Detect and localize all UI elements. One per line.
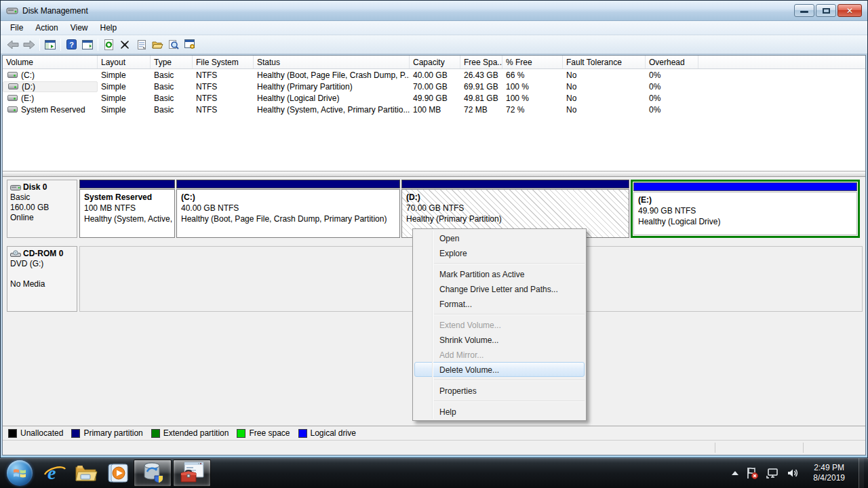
column-header-overhead[interactable]: Overhead <box>646 56 698 68</box>
partition-color-bar <box>401 180 629 188</box>
manage-button[interactable] <box>182 37 198 52</box>
legend-swatch-logical-drive <box>298 429 307 438</box>
column-header-pct-free[interactable]: % Free <box>502 56 563 68</box>
show-action-pane-button[interactable] <box>79 37 96 52</box>
taskbar-admin-tools-task[interactable] <box>173 460 211 487</box>
partition-system-reserved[interactable]: System Reserved 100 MB NTFS Healthy (Sys… <box>79 180 175 238</box>
legend-swatch-free-space <box>237 429 245 438</box>
column-header-volume[interactable]: Volume <box>3 56 98 68</box>
menu-item-add-mirror[interactable]: Add Mirror... <box>414 347 585 362</box>
taskbar-wmp-icon[interactable] <box>102 460 133 487</box>
menu-item-properties[interactable]: Properties <box>414 383 585 398</box>
menu-item-change-drive-letter[interactable]: Change Drive Letter and Paths... <box>414 281 585 296</box>
menu-item-extend-volume[interactable]: Extend Volume... <box>414 317 585 332</box>
menu-item-format[interactable]: Format... <box>414 296 585 311</box>
title-bar[interactable]: Disk Management ✕ <box>1 1 867 21</box>
clock-date: 8/4/2019 <box>813 473 845 483</box>
windows-flag-icon <box>13 467 26 479</box>
column-header-fault-tolerance[interactable]: Fault Tolerance <box>563 56 646 68</box>
volume-row-c[interactable]: (C:) Simple Basic NTFS Healthy (Boot, Pa… <box>3 69 865 81</box>
close-button[interactable]: ✕ <box>837 4 862 17</box>
toolbar-separator <box>60 39 61 51</box>
cdrom0-label[interactable]: CD-ROM 0 DVD (G:) No Media <box>7 246 77 312</box>
column-header-status[interactable]: Status <box>254 56 410 68</box>
menu-separator <box>434 380 585 380</box>
column-header-type[interactable]: Type <box>151 56 193 68</box>
volume-icon <box>7 72 18 78</box>
menu-item-help[interactable]: Help <box>414 404 585 419</box>
cdrom0-status: No Media <box>10 279 74 289</box>
back-button[interactable] <box>5 37 21 52</box>
console-tree-icon <box>45 40 56 49</box>
volume-speaker-icon[interactable] <box>786 467 800 479</box>
start-button[interactable] <box>7 460 33 486</box>
taskbar-ie-icon[interactable]: e <box>39 460 71 487</box>
legend-primary-partition: Primary partition <box>71 428 142 438</box>
partition-c[interactable]: (C:) 40.00 GB NTFS Healthy (Boot, Page F… <box>176 180 400 238</box>
menu-separator <box>434 263 585 264</box>
volume-icon <box>7 106 18 113</box>
legend-extended-partition: Extended partition <box>151 428 229 438</box>
maximize-button[interactable] <box>816 4 836 17</box>
zoom-button[interactable] <box>165 37 182 52</box>
partition-color-bar <box>79 180 175 188</box>
toolbar-separator <box>98 39 98 51</box>
help-button[interactable]: ? <box>63 37 79 52</box>
pane-splitter[interactable] <box>3 171 865 177</box>
disk-icon <box>10 184 21 192</box>
menu-help[interactable]: Help <box>95 22 123 34</box>
disk0-kind: Basic <box>10 192 74 203</box>
show-console-tree-button[interactable] <box>42 37 58 52</box>
legend-free-space: Free space <box>237 428 290 438</box>
menu-view[interactable]: View <box>65 22 94 34</box>
menu-action[interactable]: Action <box>30 22 63 34</box>
status-bar-divider <box>803 443 804 453</box>
menu-separator <box>434 314 585 314</box>
menu-item-open[interactable]: Open <box>414 230 585 245</box>
action-center-flag-icon[interactable] <box>745 467 759 479</box>
cdrom-icon <box>10 250 21 258</box>
taskbar-clock[interactable]: 2:49 PM 8/4/2019 <box>806 463 852 483</box>
show-desktop-button[interactable] <box>859 458 864 488</box>
taskbar-disk-management-task[interactable] <box>134 460 172 487</box>
close-icon: ✕ <box>838 5 861 16</box>
volume-icon <box>7 95 18 101</box>
back-arrow-icon <box>7 40 19 49</box>
forward-button[interactable] <box>21 37 37 52</box>
open-button[interactable] <box>149 37 165 52</box>
partition-e[interactable]: (E:) 49.90 GB NTFS Healthy (Logical Driv… <box>633 182 857 235</box>
context-menu: Open Explore Mark Partition as Active Ch… <box>412 228 587 421</box>
legend-swatch-extended <box>151 429 160 438</box>
column-header-free-space[interactable]: Free Spa... <box>460 56 502 68</box>
legend-swatch-primary <box>71 429 80 438</box>
minimize-button[interactable] <box>794 4 814 17</box>
volume-row-system-reserved[interactable]: System Reserved Simple Basic NTFS Health… <box>3 104 865 115</box>
menu-item-shrink-volume[interactable]: Shrink Volume... <box>414 332 585 347</box>
volume-row-d[interactable]: (D:) Simple Basic NTFS Healthy (Primary … <box>3 81 865 92</box>
maximize-icon <box>823 8 830 14</box>
minimize-icon <box>800 11 808 13</box>
refresh-button[interactable] <box>100 37 117 52</box>
volume-list-header: Volume Layout Type File System Status Ca… <box>3 56 865 69</box>
properties-button[interactable] <box>133 37 149 52</box>
column-header-file-system[interactable]: File System <box>193 56 254 68</box>
column-header-filler <box>698 56 865 68</box>
column-header-capacity[interactable]: Capacity <box>410 56 460 68</box>
network-icon[interactable] <box>766 467 779 479</box>
volume-row-e[interactable]: (E:) Simple Basic NTFS Healthy (Logical … <box>3 92 865 104</box>
disk0-label[interactable]: Disk 0 Basic 160.00 GB Online <box>7 180 77 238</box>
legend: Unallocated Primary partition Extended p… <box>3 426 865 440</box>
folder-icon <box>75 464 98 483</box>
delete-button[interactable] <box>117 37 133 52</box>
menu-item-mark-partition-active[interactable]: Mark Partition as Active <box>414 266 585 281</box>
menu-file[interactable]: File <box>5 22 28 34</box>
column-header-layout[interactable]: Layout <box>98 56 151 68</box>
taskbar-explorer-icon[interactable] <box>71 460 102 487</box>
show-hidden-icons-button[interactable] <box>732 471 738 475</box>
menu-item-delete-volume[interactable]: Delete Volume... <box>414 362 585 377</box>
window-title: Disk Management <box>22 6 88 16</box>
volume-icon <box>8 83 18 89</box>
partition-color-bar <box>633 182 857 191</box>
menu-bar: File Action View Help <box>1 21 867 35</box>
menu-item-explore[interactable]: Explore <box>414 245 585 260</box>
